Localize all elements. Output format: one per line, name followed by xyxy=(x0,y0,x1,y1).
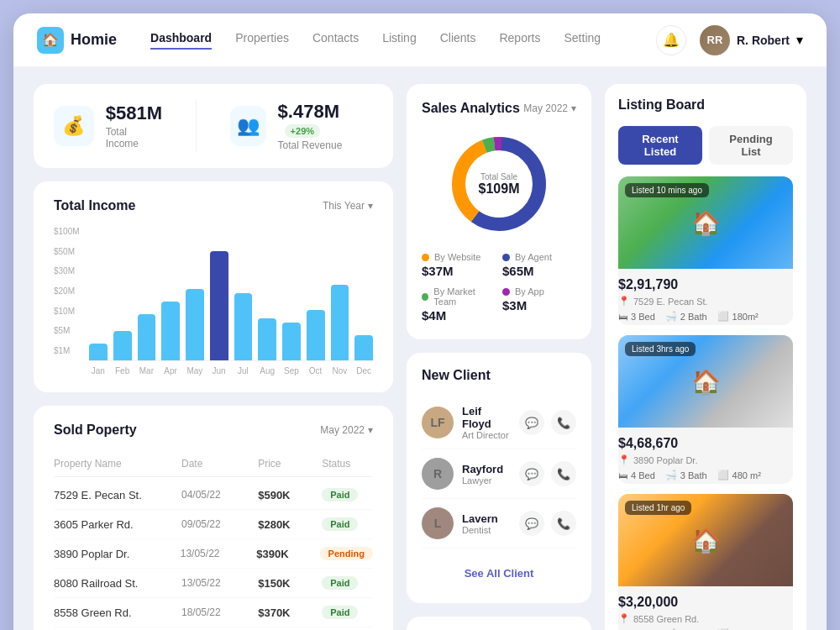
listing-board: Listing Board Recent ListedPending List … xyxy=(605,84,806,630)
listing-tab-recent-listed[interactable]: Recent Listed xyxy=(618,126,702,165)
property-list: 🏠 Listed 10 mins ago $2,91,790 📍 7529 E.… xyxy=(618,176,793,630)
property-info: $2,91,790 📍 7529 E. Pecan St. 🛏 3 Bed 🛁 … xyxy=(618,269,793,325)
x-label-nov: Nov xyxy=(331,366,349,375)
income-chart-title: Total Income xyxy=(54,198,136,213)
table-row[interactable]: 8080 Railroad St. 13/05/22 $150K Paid xyxy=(54,569,373,598)
listing-tab-pending-list[interactable]: Pending List xyxy=(709,126,793,165)
x-labels: JanFebMarAprMayJunJulAugSepOctNovDec xyxy=(89,366,373,375)
table-row[interactable]: 8558 Green Rd. 18/05/22 $370K Paid xyxy=(54,598,373,627)
phone-button[interactable]: 📞 xyxy=(551,410,576,435)
nav-link-dashboard[interactable]: Dashboard xyxy=(150,31,212,50)
income-chart-card: Total Income This Year ▾ $100M$50M$30M$2… xyxy=(34,181,393,392)
client-avatar: LF xyxy=(422,407,454,438)
area-feature: ⬜ 480 m² xyxy=(717,470,761,480)
y-label: $30M xyxy=(54,266,86,276)
analytics-legend: By Website $37M By Agent $65M By Market … xyxy=(422,252,576,323)
navbar: 🏠 Homie DashboardPropertiesContactsListi… xyxy=(13,13,827,67)
property-card[interactable]: 🏠 Listed 3hrs ago $4,68,670 📍 3890 Popla… xyxy=(618,335,793,484)
property-price: $2,91,790 xyxy=(618,277,793,292)
logo: 🏠 Homie xyxy=(37,27,117,54)
property-card[interactable]: 🏠 Listed 1hr ago $3,20,000 📍 8558 Green … xyxy=(618,494,793,630)
table-body: 7529 E. Pecan St. 04/05/22 $590K Paid 36… xyxy=(54,480,373,630)
sold-property-card: Sold Poperty May 2022 ▾ Property Name Da… xyxy=(34,406,393,630)
revenue-stat: 👥 $.478M +29% Total Revenue xyxy=(230,101,373,151)
table-row[interactable]: 7529 E. Pecan St. 04/05/22 $590K Paid xyxy=(54,480,373,510)
table-header: Property Name Date Price Status xyxy=(54,451,373,477)
prop-status: Paid xyxy=(322,517,373,531)
income-chart-area: $100M$50M$30M$20M$10M$5M$1M JanFebMarApr… xyxy=(54,227,373,375)
listed-badge: Listed 10 mins ago xyxy=(625,183,709,197)
legend-label: By Website xyxy=(434,252,480,262)
bath-icon: 🛁 xyxy=(665,311,677,322)
bar-col xyxy=(331,285,349,360)
y-label: $20M xyxy=(54,286,86,296)
bath-icon: 🛁 xyxy=(665,470,677,480)
analytics-header: Sales Analytics May 2022 ▾ xyxy=(422,101,576,116)
see-all-client-button[interactable]: See All Client xyxy=(422,559,576,588)
client-name: Lavern xyxy=(462,512,511,525)
total-sale-value: $109M xyxy=(479,181,520,197)
user-info[interactable]: RR R. Robert ▾ xyxy=(700,25,803,55)
bar-col xyxy=(354,335,373,360)
donut-container: Total Sale $109M xyxy=(422,129,576,239)
bars-area xyxy=(89,227,373,361)
x-label-aug: Aug xyxy=(258,366,276,375)
nav-link-listing[interactable]: Listing xyxy=(382,31,416,50)
client-item: L Lavern Dentist 💬 📞 xyxy=(422,499,576,549)
x-label-feb: Feb xyxy=(113,366,132,375)
sold-property-title: Sold Poperty xyxy=(54,423,137,438)
notification-button[interactable]: 🔔 xyxy=(656,25,686,55)
income-info: $581M Total Income xyxy=(106,102,163,150)
bar-col xyxy=(258,318,276,360)
revenue-label: Total Revenue xyxy=(278,139,373,151)
analytics-filter-button[interactable]: May 2022 ▾ xyxy=(523,102,576,114)
chevron-down-icon: ▾ xyxy=(368,200,373,212)
logo-icon: 🏠 xyxy=(37,27,64,54)
client-avatar: R xyxy=(422,458,454,490)
client-avatar: L xyxy=(422,507,454,539)
property-address: 📍 8558 Green Rd. xyxy=(618,613,793,624)
message-button[interactable]: 💬 xyxy=(519,511,544,536)
y-label: $5M xyxy=(54,326,86,335)
client-actions: 💬 📞 xyxy=(519,410,576,435)
phone-button[interactable]: 📞 xyxy=(551,461,576,486)
nav-link-properties[interactable]: Properties xyxy=(235,31,289,50)
nav-link-clients[interactable]: Clients xyxy=(440,31,476,50)
income-value: $581M xyxy=(106,102,163,124)
bar-col xyxy=(307,310,325,360)
table-row[interactable]: 3605 Parker Rd. 09/05/22 $280K Paid xyxy=(54,510,373,539)
nav-link-setting[interactable]: Setting xyxy=(564,31,601,50)
income-chart-header: Total Income This Year ▾ xyxy=(54,198,373,213)
message-button[interactable]: 💬 xyxy=(519,410,544,435)
table-row[interactable]: 3890 Poplar Dr. 13/05/22 $390K Pending xyxy=(54,539,373,569)
status-badge: Pending xyxy=(320,547,373,560)
stat-cards: 💰 $581M Total Income 👥 $.478M +29% Tot xyxy=(34,84,393,168)
property-price: $4,68,670 xyxy=(618,436,793,451)
bar-jan xyxy=(89,344,108,360)
listing-board-header: Listing Board xyxy=(618,97,793,113)
message-button[interactable]: 💬 xyxy=(519,461,544,486)
listed-badge: Listed 1hr ago xyxy=(625,501,691,515)
nav-link-contacts[interactable]: Contacts xyxy=(312,31,359,50)
col-date: Date xyxy=(181,458,258,470)
prop-name: 3890 Poplar Dr. xyxy=(54,548,181,560)
client-item: LF Leif Floyd Art Director 💬 📞 xyxy=(422,396,576,449)
location-icon: 📍 xyxy=(618,613,630,624)
legend-value: $37M xyxy=(422,264,496,278)
chevron-icon: ▾ xyxy=(368,424,373,436)
client-item: R Rayford Lawyer 💬 📞 xyxy=(422,449,576,499)
nav-link-reports[interactable]: Reports xyxy=(499,31,540,50)
legend-value: $3M xyxy=(502,298,576,312)
revenue-badge: +29% xyxy=(285,124,320,138)
bar-jun xyxy=(210,251,228,360)
property-card[interactable]: 🏠 Listed 10 mins ago $2,91,790 📍 7529 E.… xyxy=(618,176,793,325)
client-role: Lawyer xyxy=(462,475,511,486)
legend-label: By Agent xyxy=(515,252,552,262)
legend-value: $4M xyxy=(422,308,496,323)
status-badge: Paid xyxy=(322,606,358,619)
income-filter-button[interactable]: This Year ▾ xyxy=(323,200,373,212)
donut-chart: Total Sale $109M xyxy=(444,129,554,239)
phone-button[interactable]: 📞 xyxy=(551,511,576,536)
prop-date: 04/05/22 xyxy=(181,489,258,501)
sold-filter-button[interactable]: May 2022 ▾ xyxy=(320,424,373,436)
